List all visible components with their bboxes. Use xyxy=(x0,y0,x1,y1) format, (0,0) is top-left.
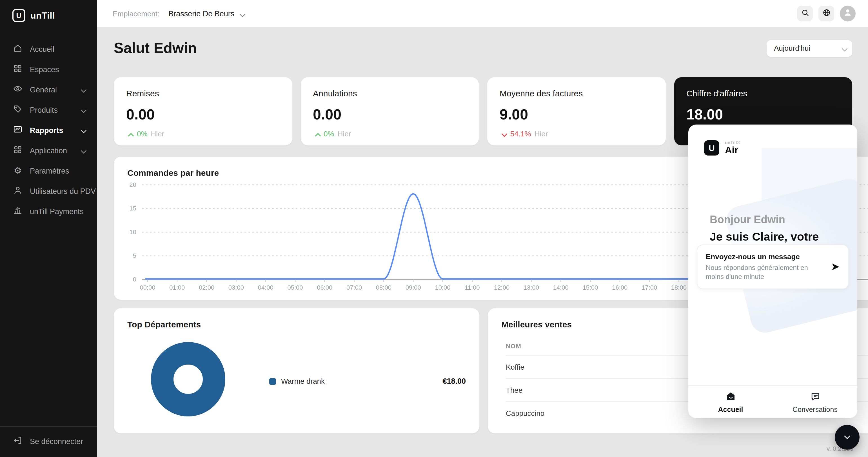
svg-text:0: 0 xyxy=(133,276,136,283)
kpi-compare-label: Hier xyxy=(151,130,164,138)
sidebar-item-utilisateurs-du-pdv[interactable]: Utilisateurs du PDV xyxy=(0,181,97,201)
kpi-delta: 0%Hier xyxy=(126,130,280,138)
chat-brand-big: Air xyxy=(725,145,740,155)
language-button[interactable] xyxy=(818,6,834,22)
svg-text:15: 15 xyxy=(129,205,136,212)
home-icon xyxy=(13,43,23,55)
sidebar-item-produits[interactable]: Produits xyxy=(0,100,97,120)
search-icon xyxy=(801,8,809,19)
user-avatar[interactable] xyxy=(840,6,856,22)
caret-up-icon xyxy=(126,130,133,138)
logout-button[interactable]: Se déconnecter xyxy=(0,427,97,457)
send-message-button[interactable]: Envoyez-nous un message Nous répondons g… xyxy=(697,245,849,290)
donut-title: Top Départements xyxy=(114,308,479,329)
apps-icon xyxy=(13,145,23,156)
svg-text:00:00: 00:00 xyxy=(140,284,155,291)
topbar: Emplacement: Brasserie De Beurs xyxy=(97,0,868,27)
svg-text:01:00: 01:00 xyxy=(169,284,185,291)
send-icon xyxy=(831,262,840,272)
svg-text:04:00: 04:00 xyxy=(258,284,274,291)
svg-text:12:00: 12:00 xyxy=(494,284,509,291)
sidebar-footer: Se déconnecter xyxy=(0,426,97,457)
product-name: Thee xyxy=(506,386,522,394)
svg-text:18:00: 18:00 xyxy=(671,284,687,291)
sidebar-item-label: unTill Payments xyxy=(30,207,86,216)
chat-bubble-icon xyxy=(810,391,820,403)
sidebar-nav: AccueilEspacesGénéralProduitsRapportsApp… xyxy=(0,39,97,221)
chat-nav-conversations[interactable]: Conversations xyxy=(773,386,857,418)
kpi-delta: 54.1%Hier xyxy=(500,130,653,138)
svg-text:05:00: 05:00 xyxy=(287,284,303,291)
app-screen: U unTill AccueilEspacesGénéralProduitsRa… xyxy=(0,0,868,457)
page-header: Salut Edwin Aujourd'hui xyxy=(97,27,868,57)
legend-value: €18.00 xyxy=(442,377,466,386)
kpi-delta-percent: 0% xyxy=(137,130,148,138)
untill-logo-icon: U xyxy=(12,9,25,22)
svg-text:13:00: 13:00 xyxy=(524,284,539,291)
sidebar-item-untill-payments[interactable]: unTill Payments xyxy=(0,201,97,221)
location-selector[interactable]: Brasserie De Beurs xyxy=(168,9,234,18)
kpi-title: Remises xyxy=(126,89,280,98)
chat-nav-label: Conversations xyxy=(793,405,838,413)
sidebar-item-accueil[interactable]: Accueil xyxy=(0,39,97,59)
sidebar-item-label: Application xyxy=(30,146,71,155)
sidebar-item-espaces[interactable]: Espaces xyxy=(0,59,97,80)
sidebar-item-label: Rapports xyxy=(30,126,71,134)
svg-text:07:00: 07:00 xyxy=(346,284,362,291)
chat-widget: U unTill® Air Bonjour Edwin Je suis Clai… xyxy=(688,125,857,418)
kpi-card-annulations: Annulations0.000%Hier xyxy=(301,77,479,145)
caret-up-icon xyxy=(313,130,320,138)
product-name: Cappuccino xyxy=(506,409,545,418)
chat-header: U unTill® Air xyxy=(704,140,740,155)
kpi-value: 0.00 xyxy=(313,106,466,123)
svg-text:02:00: 02:00 xyxy=(199,284,214,291)
sidebar-item-label: Espaces xyxy=(30,65,86,73)
chevron-down-icon xyxy=(79,147,86,154)
sidebar-item-g-n-ral[interactable]: Général xyxy=(0,80,97,100)
svg-text:03:00: 03:00 xyxy=(228,284,244,291)
period-dropdown[interactable]: Aujourd'hui xyxy=(767,40,852,57)
kpi-card-moyenne-des-factures: Moyenne des factures9.0054.1%Hier xyxy=(487,77,665,145)
svg-text:16:00: 16:00 xyxy=(612,284,627,291)
logout-label: Se déconnecter xyxy=(30,437,83,446)
sidebar-item-label: Accueil xyxy=(30,45,86,53)
legend-label: Warme drank xyxy=(281,377,325,386)
untill-air-logo-icon: U xyxy=(704,140,719,155)
svg-text:08:00: 08:00 xyxy=(376,284,392,291)
svg-text:09:00: 09:00 xyxy=(406,284,421,291)
chevron-down-icon xyxy=(79,127,86,133)
kpi-title: Annulations xyxy=(313,89,466,98)
kpi-compare-label: Hier xyxy=(338,130,351,138)
chat-nav-accueil[interactable]: Accueil xyxy=(688,386,773,418)
product-name: Koffie xyxy=(506,363,524,371)
tag-icon xyxy=(13,104,23,116)
sidebar-item-param-tres[interactable]: ⚙Paramètres xyxy=(0,161,97,181)
kpi-title: Moyenne des factures xyxy=(500,89,653,98)
kpi-compare-label: Hier xyxy=(534,130,548,138)
chevron-down-icon xyxy=(840,45,846,52)
svg-text:06:00: 06:00 xyxy=(317,284,332,291)
kpi-value: 9.00 xyxy=(500,106,653,123)
period-value: Aujourd'hui xyxy=(774,44,810,52)
svg-text:20: 20 xyxy=(129,181,136,188)
globe-icon xyxy=(822,8,831,19)
chat-home-icon xyxy=(725,391,736,403)
kpi-value: 0.00 xyxy=(126,106,280,123)
chevron-down-icon xyxy=(842,432,852,443)
kpi-title: Chiffre d'affaires xyxy=(686,89,840,98)
sidebar-item-application[interactable]: Application xyxy=(0,140,97,161)
donut-legend: Warme drank €18.00 xyxy=(269,377,466,386)
send-message-title: Envoyez-nous un message xyxy=(706,252,825,261)
sidebar-item-rapports[interactable]: Rapports xyxy=(0,120,97,140)
svg-text:14:00: 14:00 xyxy=(553,284,569,291)
sidebar: U unTill AccueilEspacesGénéralProduitsRa… xyxy=(0,0,97,457)
search-button[interactable] xyxy=(797,6,813,22)
chat-collapse-button[interactable] xyxy=(835,425,860,450)
svg-text:10:00: 10:00 xyxy=(435,284,450,291)
legend-swatch xyxy=(269,378,276,385)
svg-text:11:00: 11:00 xyxy=(465,284,479,291)
location-label: Emplacement: xyxy=(113,9,159,18)
svg-text:17:00: 17:00 xyxy=(642,284,657,291)
svg-text:15:00: 15:00 xyxy=(582,284,598,291)
send-message-subtitle: Nous répondons généralement en moins d'u… xyxy=(706,263,825,281)
